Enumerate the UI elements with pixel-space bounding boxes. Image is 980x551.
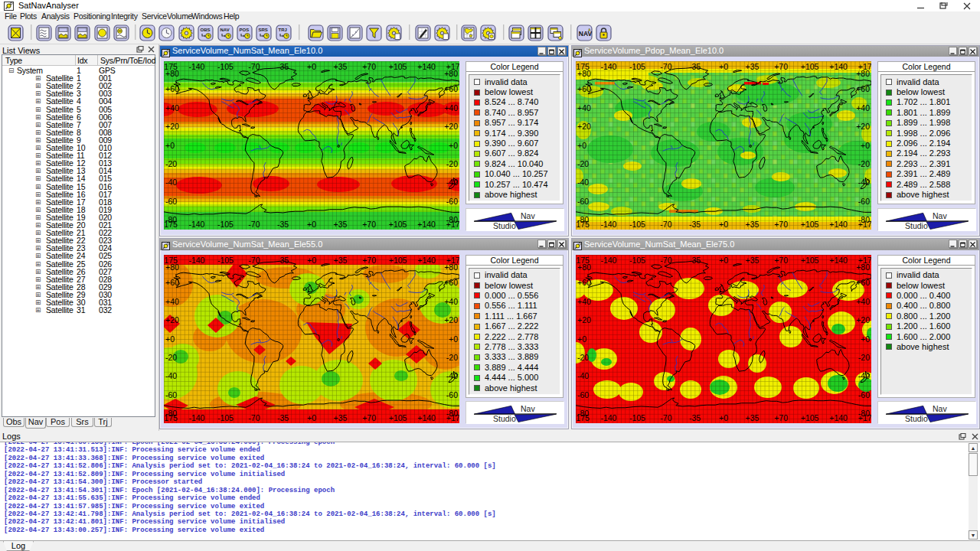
svg-text:Nav: Nav xyxy=(521,211,535,220)
svg-text:Studio: Studio xyxy=(905,414,928,423)
svg-text:Nav: Nav xyxy=(933,211,947,220)
svg-text:Studio: Studio xyxy=(493,414,516,423)
svg-text:TRJ: TRJ xyxy=(278,28,286,32)
svg-text:NAV: NAV xyxy=(220,28,229,32)
svg-text:Studio: Studio xyxy=(905,220,928,230)
svg-text:SRS: SRS xyxy=(259,28,268,32)
svg-text:OBS: OBS xyxy=(201,28,211,32)
svg-text:POS: POS xyxy=(240,28,250,32)
svg-text:Nav: Nav xyxy=(521,404,535,413)
svg-text:Studio: Studio xyxy=(493,220,516,230)
svg-text:Nav: Nav xyxy=(933,404,947,413)
